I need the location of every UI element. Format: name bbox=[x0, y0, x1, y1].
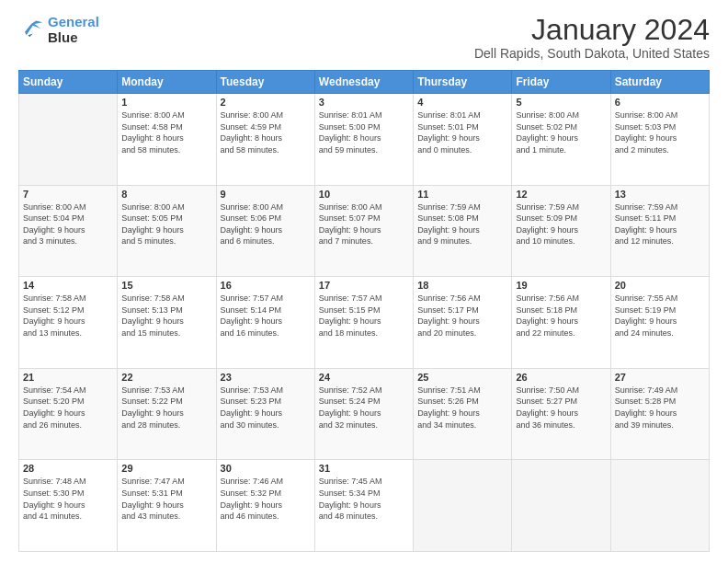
day-info: Sunrise: 7:47 AMSunset: 5:31 PMDaylight:… bbox=[121, 476, 211, 522]
day-number: 5 bbox=[516, 97, 606, 108]
day-number: 4 bbox=[417, 97, 507, 108]
table-cell: 3Sunrise: 8:01 AMSunset: 5:00 PMDaylight… bbox=[314, 94, 413, 186]
logo-text: GeneralBlue bbox=[48, 15, 99, 45]
day-info: Sunrise: 7:48 AMSunset: 5:30 PMDaylight:… bbox=[23, 476, 113, 522]
day-info: Sunrise: 7:50 AMSunset: 5:27 PMDaylight:… bbox=[516, 385, 606, 431]
day-info: Sunrise: 7:59 AMSunset: 5:08 PMDaylight:… bbox=[417, 201, 507, 247]
title-block: January 2024 Dell Rapids, South Dakota, … bbox=[474, 15, 710, 61]
table-cell: 6Sunrise: 8:00 AMSunset: 5:03 PMDaylight… bbox=[610, 94, 709, 186]
svg-marker-0 bbox=[25, 20, 42, 35]
day-info: Sunrise: 7:58 AMSunset: 5:13 PMDaylight:… bbox=[121, 293, 211, 339]
day-number: 8 bbox=[121, 189, 211, 200]
col-thursday: Thursday bbox=[414, 71, 512, 94]
day-info: Sunrise: 8:00 AMSunset: 4:59 PMDaylight:… bbox=[221, 109, 311, 155]
calendar-week-4: 21Sunrise: 7:54 AMSunset: 5:20 PMDayligh… bbox=[19, 368, 710, 460]
table-cell: 21Sunrise: 7:54 AMSunset: 5:20 PMDayligh… bbox=[19, 368, 118, 460]
day-number: 26 bbox=[516, 372, 606, 383]
day-info: Sunrise: 8:00 AMSunset: 5:05 PMDaylight:… bbox=[121, 201, 211, 247]
day-info: Sunrise: 8:00 AMSunset: 4:58 PMDaylight:… bbox=[121, 109, 211, 155]
col-saturday: Saturday bbox=[610, 71, 709, 94]
day-info: Sunrise: 7:56 AMSunset: 5:18 PMDaylight:… bbox=[516, 293, 606, 339]
day-number: 6 bbox=[615, 97, 705, 108]
day-info: Sunrise: 8:00 AMSunset: 5:06 PMDaylight:… bbox=[221, 201, 311, 247]
table-cell: 9Sunrise: 8:00 AMSunset: 5:06 PMDaylight… bbox=[216, 185, 314, 277]
table-cell: 11Sunrise: 7:59 AMSunset: 5:08 PMDayligh… bbox=[414, 185, 512, 277]
day-info: Sunrise: 7:52 AMSunset: 5:24 PMDaylight:… bbox=[319, 385, 409, 431]
day-number: 16 bbox=[221, 280, 311, 291]
day-info: Sunrise: 7:59 AMSunset: 5:11 PMDaylight:… bbox=[615, 201, 705, 247]
day-number: 24 bbox=[319, 372, 409, 383]
table-cell: 15Sunrise: 7:58 AMSunset: 5:13 PMDayligh… bbox=[118, 277, 216, 369]
table-cell: 5Sunrise: 8:00 AMSunset: 5:02 PMDaylight… bbox=[512, 94, 610, 186]
table-cell: 16Sunrise: 7:57 AMSunset: 5:14 PMDayligh… bbox=[216, 277, 314, 369]
calendar-week-5: 28Sunrise: 7:48 AMSunset: 5:30 PMDayligh… bbox=[19, 460, 710, 552]
day-number: 11 bbox=[417, 189, 507, 200]
day-info: Sunrise: 7:57 AMSunset: 5:15 PMDaylight:… bbox=[319, 293, 409, 339]
day-info: Sunrise: 7:54 AMSunset: 5:20 PMDaylight:… bbox=[23, 385, 113, 431]
logo: GeneralBlue bbox=[18, 15, 99, 45]
table-cell: 2Sunrise: 8:00 AMSunset: 4:59 PMDaylight… bbox=[216, 94, 314, 186]
table-cell: 7Sunrise: 8:00 AMSunset: 5:04 PMDaylight… bbox=[19, 185, 118, 277]
table-cell: 29Sunrise: 7:47 AMSunset: 5:31 PMDayligh… bbox=[118, 460, 216, 552]
col-monday: Monday bbox=[118, 71, 216, 94]
table-cell: 31Sunrise: 7:45 AMSunset: 5:34 PMDayligh… bbox=[314, 460, 413, 552]
table-cell: 23Sunrise: 7:53 AMSunset: 5:23 PMDayligh… bbox=[216, 368, 314, 460]
day-number: 27 bbox=[615, 372, 705, 383]
day-number: 3 bbox=[319, 97, 409, 108]
table-cell: 4Sunrise: 8:01 AMSunset: 5:01 PMDaylight… bbox=[414, 94, 512, 186]
logo-line2: Blue bbox=[48, 29, 78, 45]
day-info: Sunrise: 7:51 AMSunset: 5:26 PMDaylight:… bbox=[417, 385, 507, 431]
table-cell: 14Sunrise: 7:58 AMSunset: 5:12 PMDayligh… bbox=[19, 277, 118, 369]
day-number: 2 bbox=[221, 97, 311, 108]
day-info: Sunrise: 8:00 AMSunset: 5:04 PMDaylight:… bbox=[23, 201, 113, 247]
day-info: Sunrise: 7:49 AMSunset: 5:28 PMDaylight:… bbox=[615, 385, 705, 431]
table-cell: 30Sunrise: 7:46 AMSunset: 5:32 PMDayligh… bbox=[216, 460, 314, 552]
table-cell: 25Sunrise: 7:51 AMSunset: 5:26 PMDayligh… bbox=[414, 368, 512, 460]
calendar-table: Sunday Monday Tuesday Wednesday Thursday… bbox=[18, 70, 710, 552]
day-info: Sunrise: 7:56 AMSunset: 5:17 PMDaylight:… bbox=[417, 293, 507, 339]
month-title: January 2024 bbox=[474, 15, 710, 44]
table-cell bbox=[610, 460, 709, 552]
table-cell: 27Sunrise: 7:49 AMSunset: 5:28 PMDayligh… bbox=[610, 368, 709, 460]
day-number: 15 bbox=[121, 280, 211, 291]
table-cell bbox=[512, 460, 610, 552]
table-cell: 20Sunrise: 7:55 AMSunset: 5:19 PMDayligh… bbox=[610, 277, 709, 369]
col-wednesday: Wednesday bbox=[314, 71, 413, 94]
day-number: 1 bbox=[121, 97, 211, 108]
day-number: 13 bbox=[615, 189, 705, 200]
day-number: 20 bbox=[615, 280, 705, 291]
table-cell: 1Sunrise: 8:00 AMSunset: 4:58 PMDaylight… bbox=[118, 94, 216, 186]
day-info: Sunrise: 7:53 AMSunset: 5:23 PMDaylight:… bbox=[221, 385, 311, 431]
table-cell: 8Sunrise: 8:00 AMSunset: 5:05 PMDaylight… bbox=[118, 185, 216, 277]
day-info: Sunrise: 7:53 AMSunset: 5:22 PMDaylight:… bbox=[121, 385, 211, 431]
day-info: Sunrise: 7:45 AMSunset: 5:34 PMDaylight:… bbox=[319, 476, 409, 522]
col-friday: Friday bbox=[512, 71, 610, 94]
logo-line1: General bbox=[48, 14, 99, 29]
calendar-week-2: 7Sunrise: 8:00 AMSunset: 5:04 PMDaylight… bbox=[19, 185, 710, 277]
day-number: 10 bbox=[319, 189, 409, 200]
day-info: Sunrise: 8:00 AMSunset: 5:02 PMDaylight:… bbox=[516, 109, 606, 155]
day-number: 25 bbox=[417, 372, 507, 383]
table-cell: 17Sunrise: 7:57 AMSunset: 5:15 PMDayligh… bbox=[314, 277, 413, 369]
logo-icon bbox=[18, 17, 44, 43]
day-number: 19 bbox=[516, 280, 606, 291]
location: Dell Rapids, South Dakota, United States bbox=[474, 46, 710, 61]
day-number: 14 bbox=[23, 280, 113, 291]
page: GeneralBlue January 2024 Dell Rapids, So… bbox=[0, 0, 728, 563]
table-cell: 12Sunrise: 7:59 AMSunset: 5:09 PMDayligh… bbox=[512, 185, 610, 277]
day-info: Sunrise: 8:00 AMSunset: 5:03 PMDaylight:… bbox=[615, 109, 705, 155]
table-cell: 19Sunrise: 7:56 AMSunset: 5:18 PMDayligh… bbox=[512, 277, 610, 369]
table-cell: 18Sunrise: 7:56 AMSunset: 5:17 PMDayligh… bbox=[414, 277, 512, 369]
day-number: 28 bbox=[23, 463, 113, 474]
day-number: 31 bbox=[319, 463, 409, 474]
day-number: 9 bbox=[221, 189, 311, 200]
table-cell bbox=[414, 460, 512, 552]
day-info: Sunrise: 8:01 AMSunset: 5:01 PMDaylight:… bbox=[417, 109, 507, 155]
day-info: Sunrise: 7:59 AMSunset: 5:09 PMDaylight:… bbox=[516, 201, 606, 247]
col-tuesday: Tuesday bbox=[216, 71, 314, 94]
day-info: Sunrise: 7:58 AMSunset: 5:12 PMDaylight:… bbox=[23, 293, 113, 339]
table-cell: 10Sunrise: 8:00 AMSunset: 5:07 PMDayligh… bbox=[314, 185, 413, 277]
table-cell: 28Sunrise: 7:48 AMSunset: 5:30 PMDayligh… bbox=[19, 460, 118, 552]
calendar-header-row: Sunday Monday Tuesday Wednesday Thursday… bbox=[19, 71, 710, 94]
day-number: 12 bbox=[516, 189, 606, 200]
